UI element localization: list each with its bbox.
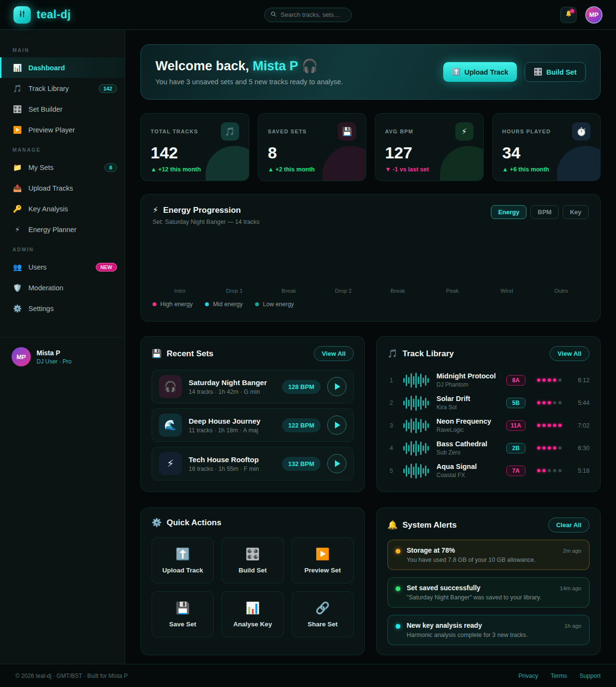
quick-action-build-set[interactable]: 🎛️Build Set: [221, 537, 283, 583]
track-library-icon: 🎵: [13, 84, 22, 93]
sidebar-item-preview-player[interactable]: ▶️Preview Player: [0, 119, 125, 140]
track-duration: 5:44: [573, 400, 590, 406]
play-set-button[interactable]: [327, 377, 346, 396]
bpm-badge: 122 BPM: [282, 418, 321, 432]
x-axis-label: Outro: [534, 288, 589, 294]
set-meta: 14 tracks · 1h 42m · G min: [189, 389, 267, 395]
recent-sets-view-all-button[interactable]: View All: [314, 346, 354, 361]
toggle-key[interactable]: Key: [563, 205, 589, 219]
quick-action-label: Preview Set: [304, 567, 341, 574]
legend-dot: [255, 302, 259, 306]
set-row-tech-house-rooftop[interactable]: ⚡Tech House Rooftop16 tracks · 1h 55m · …: [152, 447, 354, 480]
upload-tracks-icon: 📤: [13, 184, 22, 193]
track-row-aqua-signal[interactable]: 5Aqua SignalCoastal FX7A5:18: [387, 459, 590, 482]
sidebar-item-label: Moderation: [28, 284, 64, 292]
track-row-solar-drift[interactable]: 2Solar DriftKira Sol5B5:44: [387, 391, 590, 414]
track-row-neon-frequency[interactable]: 3Neon FrequencyRaveLogic11A7:02: [387, 414, 590, 437]
total-tracks-icon: 🎵: [221, 122, 239, 141]
sidebar-item-settings[interactable]: ⚙️Settings: [0, 298, 125, 319]
set-art-icon: 🌊: [159, 414, 182, 437]
sidebar-user-card[interactable]: MP Mista P DJ User · Pro: [0, 337, 125, 376]
track-duration: 6:30: [573, 445, 590, 452]
legend-label: Low energy: [263, 301, 294, 308]
sidebar-item-label: Energy Planner: [28, 226, 77, 233]
legend-label: Mid energy: [213, 301, 243, 308]
set-name: Tech House Rooftop: [189, 455, 259, 464]
key-badge: 11A: [506, 420, 526, 431]
set-info: Tech House Rooftop16 tracks · 1h 55m · F…: [189, 455, 259, 472]
search-box[interactable]: [264, 8, 352, 22]
track-row-midnight-protocol[interactable]: 1Midnight ProtocolDJ Phantom8A6:12: [387, 369, 590, 391]
stat-card-total-tracks: TOTAL TRACKS🎵142▲ +12 this month: [141, 113, 249, 181]
sidebar-item-upload-tracks[interactable]: 📤Upload Tracks: [0, 178, 125, 198]
sidebar-item-set-builder[interactable]: 🎛️Set Builder: [0, 99, 125, 119]
waveform-icon: [401, 372, 431, 389]
x-axis-label: Peak: [425, 288, 479, 294]
quick-action-share-set[interactable]: 🔗Share Set: [292, 591, 354, 637]
track-number: 2: [387, 399, 395, 406]
sidebar-item-my-sets[interactable]: 📁My Sets8: [0, 157, 125, 178]
moderation-icon: 🛡️: [13, 284, 22, 292]
sidebar-item-label: Upload Tracks: [28, 184, 73, 192]
sidebar-item-key-analysis[interactable]: 🔑Key Analysis: [0, 198, 125, 219]
stats-row: TOTAL TRACKS🎵142▲ +12 this monthSAVED SE…: [141, 113, 601, 181]
stat-card-hours-played: HOURS PLAYED⏱️34▲ +6 this month: [492, 113, 601, 181]
sidebar-item-label: Dashboard: [28, 64, 65, 72]
build-set-button[interactable]: 🎛️ Build Set: [525, 62, 586, 82]
footer-copyright: © 2026 teal-dj · GMT/BST · Built for Mis…: [15, 673, 128, 679]
quick-actions-panel: ⚙️ Quick Actions ⬆️Upload Track🎛️Build S…: [141, 507, 365, 655]
main-content: Welcome back, Mista P 🎧 You have 3 unsav…: [125, 30, 616, 664]
toggle-bpm[interactable]: BPM: [530, 205, 559, 219]
set-row-saturday-night-banger[interactable]: 🎧Saturday Night Banger14 tracks · 1h 42m…: [152, 370, 354, 403]
search-icon: [270, 11, 277, 19]
x-axis-label: Drop 2: [316, 288, 371, 294]
sidebar-item-track-library[interactable]: 🎵Track Library142: [0, 78, 125, 99]
toggle-energy[interactable]: Energy: [491, 205, 526, 219]
alert-set-saved-successfully: Set saved successfully14m ago"Saturday N…: [387, 577, 590, 608]
sidebar-badge: 142: [99, 84, 117, 93]
upload-track-button[interactable]: ⬆️ Upload Track: [443, 62, 517, 82]
quick-action-save-set[interactable]: 💾Save Set: [152, 591, 214, 637]
system-alerts-panel: 🔔 System Alerts Clear All Storage at 78%…: [376, 507, 601, 655]
clear-all-button[interactable]: Clear All: [548, 518, 590, 532]
recent-sets-panel: 💾 Recent Sets View All 🎧Saturday Night B…: [141, 336, 365, 492]
key-badge: 8A: [506, 375, 526, 386]
user-avatar[interactable]: MP: [585, 6, 603, 24]
track-row-bass-cathedral[interactable]: 4Bass CathedralSub Zero2B6:30: [387, 437, 590, 459]
search-input[interactable]: [281, 11, 346, 18]
recent-sets-list: 🎧Saturday Night Banger14 tracks · 1h 42m…: [152, 370, 354, 480]
set-row-deep-house-journey[interactable]: 🌊Deep House Journey11 tracks · 1h 18m · …: [152, 408, 354, 442]
quick-action-label: Upload Track: [162, 567, 203, 574]
quick-action-preview-set[interactable]: ▶️Preview Set: [292, 537, 354, 583]
track-library-view-all-button[interactable]: View All: [550, 346, 590, 361]
footer-link-support[interactable]: Support: [579, 673, 601, 679]
quick-action-upload-track[interactable]: ⬆️Upload Track: [152, 537, 214, 583]
footer-links: PrivacyTermsSupport: [518, 673, 601, 679]
set-builder-icon: 🎛️: [13, 105, 22, 114]
sidebar-item-users[interactable]: 👥UsersNEW: [0, 257, 125, 277]
sidebar-item-dashboard[interactable]: 📊Dashboard: [0, 57, 125, 78]
share-set-icon: 🔗: [315, 601, 330, 615]
welcome-title: Welcome back, Mista P 🎧: [155, 58, 343, 74]
set-info: Deep House Journey11 tracks · 1h 18m · A…: [189, 417, 260, 434]
welcome-actions: ⬆️ Upload Track 🎛️ Build Set: [443, 62, 586, 82]
alert-time: 14m ago: [560, 585, 581, 591]
saved-sets-icon: 💾: [338, 122, 356, 141]
sidebar-item-energy-planner[interactable]: ⚡Energy Planner: [0, 219, 125, 240]
stat-delta: ▲ +6 this month: [502, 166, 591, 173]
track-duration: 5:18: [573, 467, 590, 474]
quick-action-analyse-key[interactable]: 📊Analyse Key: [221, 591, 283, 637]
sidebar-item-label: Set Builder: [28, 105, 63, 113]
sidebar-item-moderation[interactable]: 🛡️Moderation: [0, 277, 125, 298]
play-set-button[interactable]: [327, 415, 346, 435]
gear-icon: ⚙️: [152, 518, 162, 528]
footer-link-terms[interactable]: Terms: [551, 673, 567, 679]
footer-link-privacy[interactable]: Privacy: [518, 673, 538, 679]
energy-panel-title: ⚡ Energy Progression: [153, 205, 259, 215]
play-set-button[interactable]: [327, 454, 346, 473]
alert-status-dot: [396, 549, 400, 554]
track-title: Neon Frequency: [436, 417, 491, 425]
legend-mid-energy: Mid energy: [205, 301, 243, 308]
track-info: Midnight ProtocolDJ Phantom: [436, 372, 496, 388]
notifications-button[interactable]: [560, 7, 577, 23]
